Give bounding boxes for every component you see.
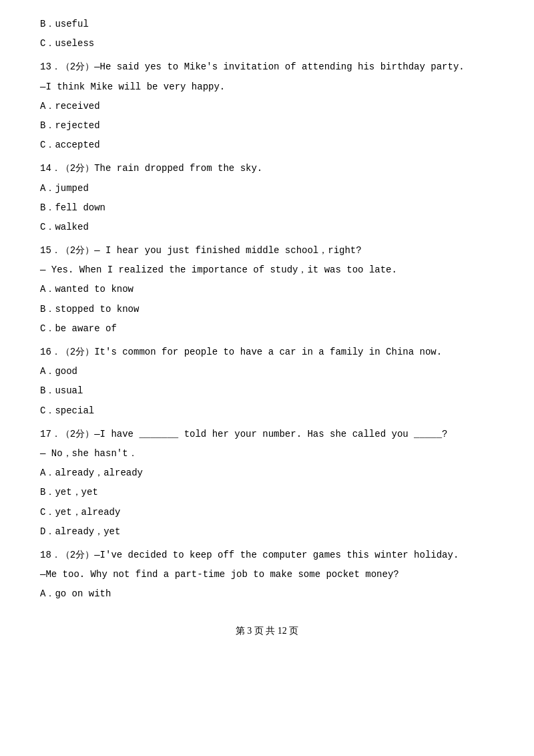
q15-part2: — Yes. When I realized the importance of…: [40, 260, 494, 278]
q14: 14．（2分）The rain dropped from the sky.: [40, 159, 494, 177]
q13: 13．（2分）—He said yes to Mike's invitation…: [40, 57, 494, 75]
q14-c: C．walked: [40, 218, 494, 236]
q13-b: B．rejected: [40, 116, 494, 134]
q17-c: C．yet，already: [40, 503, 494, 521]
q13-a: A．received: [40, 97, 494, 115]
q13-part2: —I think Mike will be very happy.: [40, 77, 494, 96]
page-footer: 第 3 页 共 12 页: [40, 622, 494, 639]
q16-b: B．usual: [40, 381, 494, 399]
q16: 16．（2分）It's common for people to have a …: [40, 343, 494, 361]
q17-d: D．already，yet: [40, 522, 494, 540]
line-b-useful: B．useful: [40, 15, 494, 33]
page-content: B．useful C．useless 13．（2分）—He said yes t…: [40, 15, 494, 640]
q18: 18．（2分）—I've decided to keep off the com…: [40, 546, 494, 564]
q17-part2: — No，she hasn't．: [40, 444, 494, 462]
q15-b: B．stopped to know: [40, 300, 494, 318]
q17: 17．（2分）—I have _______ told her your num…: [40, 425, 494, 443]
q15: 15．（2分）— I hear you just finished middle…: [40, 241, 494, 259]
q18-a: A．go on with: [40, 584, 494, 602]
line-c-useless: C．useless: [40, 34, 494, 52]
q17-b: B．yet，yet: [40, 483, 494, 501]
q17-a: A．already，already: [40, 463, 494, 482]
q15-c: C．be aware of: [40, 319, 494, 337]
q15-a: A．wanted to know: [40, 280, 494, 298]
q16-a: A．good: [40, 362, 494, 380]
q16-c: C．special: [40, 401, 494, 419]
q13-c: C．accepted: [40, 136, 494, 154]
q18-part2: —Me too. Why not find a part-time job to…: [40, 565, 494, 583]
q14-b: B．fell down: [40, 198, 494, 216]
q14-a: A．jumped: [40, 179, 494, 197]
